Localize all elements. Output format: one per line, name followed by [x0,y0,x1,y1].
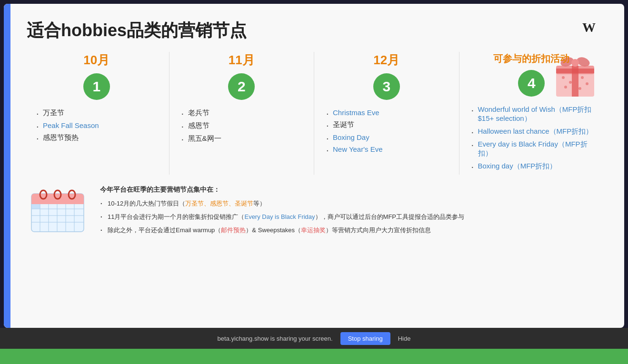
nov-item-1: 老兵节 [181,108,307,118]
oct-item-3: 感恩节预热 [36,133,162,142]
summary-item-2: 11月平台会进行为期一个月的密集折扣促销推广（Every Day is Blac… [100,212,601,222]
summary-item-3: 除此之外，平台还会通过Email warmup（邮件预热）& Sweepstak… [100,225,601,236]
discount-items: Wonderful world of Wish（MFP折扣$15+ select… [467,105,597,175]
divider-1 [169,52,169,175]
disc-item-4: Boxing day（MFP折扣） [471,162,597,171]
svg-rect-16 [31,199,84,204]
stop-sharing-button[interactable]: Stop sharing [340,332,390,345]
oct-item-2: Peak Fall Season [36,121,162,129]
divider-2 [314,52,314,175]
nov-item-2: 感恩节 [181,121,307,130]
bottom-section: 今年平台在旺季的主要营销节点集中在： 10-12月的几大热门节假日（万圣节、感恩… [27,184,601,238]
bottom-green-bar [0,349,628,364]
page-title: 适合hobbies品类的营销节点 [27,19,601,42]
slide: 适合hobbies品类的营销节点 W [4,4,624,328]
hide-button[interactable]: Hide [398,335,411,342]
month-october: 10月 [83,52,110,69]
nov-item-3: 黑五&网一 [181,134,307,143]
summary-list: 10-12月的几大热门节假日（万圣节、感恩节、圣诞节等） 11月平台会进行为期一… [100,198,601,236]
column-december: 12月 3 Christmas Eve 圣诞节 Boxing Day New Y… [317,52,457,175]
svg-text:W: W [582,20,596,33]
discount-title: 可参与的折扣活动 [493,52,569,65]
divider-3 [459,52,459,175]
column-discounts: 可参与的折扣活动 4 Wonderful world of Wish（MFP折扣… [462,52,602,175]
disc-item-3: Every day is Black Friday（MFP折扣） [471,140,597,158]
content-columns: 10月 1 万圣节 Peak Fall Season 感恩节预热 11月 2 老… [27,52,601,175]
summary-item-1: 10-12月的几大热门节假日（万圣节、感恩节、圣诞节等） [100,198,601,209]
oct-item-1: 万圣节 [36,108,162,118]
dec-item-4: New Year's Eve [326,145,452,153]
month-november: 11月 [229,52,255,69]
calendar-illustration [27,184,89,238]
wish-logo: W [582,19,601,37]
circle-4: 4 [518,70,545,97]
svg-rect-28 [31,204,40,209]
circle-2: 2 [228,73,255,100]
october-items: 万圣节 Peak Fall Season 感恩节预热 [31,108,162,146]
left-accent-bar [4,4,10,328]
screen-share-bar: beta.yichang.show is sharing your screen… [0,328,628,349]
column-october: 10月 1 万圣节 Peak Fall Season 感恩节预热 [27,52,167,175]
december-items: Christmas Eve 圣诞节 Boxing Day New Year's … [321,108,452,157]
circle-1: 1 [83,73,110,100]
dec-item-1: Christmas Eve [326,108,452,117]
column-november: 11月 2 老兵节 感恩节 黑五&网一 [172,52,312,175]
screen-share-text: beta.yichang.show is sharing your screen… [218,335,333,342]
november-items: 老兵节 感恩节 黑五&网一 [177,108,307,147]
dec-item-2: 圣诞节 [326,120,452,129]
disc-item-2: Halloween last chance（MFP折扣） [471,127,597,136]
disc-item-1: Wonderful world of Wish（MFP折扣$15+ select… [471,105,597,123]
month-december: 12月 [373,52,399,69]
summary-section: 今年平台在旺季的主要营销节点集中在： 10-12月的几大热门节假日（万圣节、感恩… [100,184,601,238]
summary-title: 今年平台在旺季的主要营销节点集中在： [100,184,601,196]
dec-item-3: Boxing Day [326,133,452,141]
circle-3: 3 [373,73,400,100]
